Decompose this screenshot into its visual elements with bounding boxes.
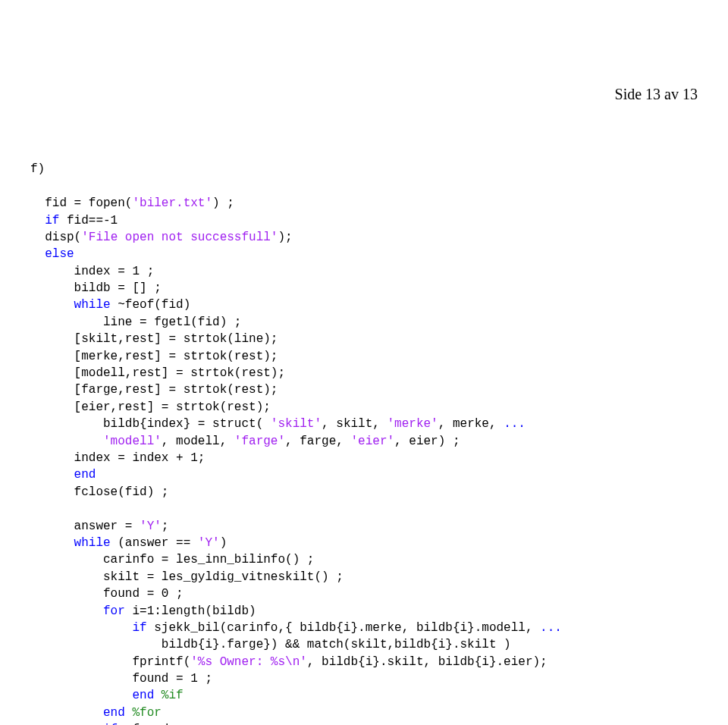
code-line: skilt = les_gyldig_vitneskilt() ;: [30, 569, 698, 585]
code-line: for i=1:length(bildb): [30, 603, 698, 620]
code-line: [skilt,rest] = strtok(line);: [30, 331, 698, 347]
code-line: while ~feof(fid): [30, 297, 698, 313]
code-line: fclose(fid) ;: [30, 484, 698, 501]
code-line: index = index + 1;: [30, 450, 698, 466]
code-line: answer = 'Y';: [30, 518, 698, 535]
code-line: fprintf('%s Owner: %s\n', bildb{i}.skilt…: [30, 654, 698, 670]
code-line: end %if: [30, 687, 698, 704]
code-line: if sjekk_bil(carinfo,{ bildb{i}.merke, b…: [30, 620, 698, 636]
code-line: while (answer == 'Y'): [30, 535, 698, 551]
code-line: carinfo = les_inn_bilinfo() ;: [30, 551, 698, 568]
code-line: [merke,rest] = strtok(rest);: [30, 348, 698, 365]
page-number-header: Side 13 av 13: [30, 83, 698, 105]
code-line: bildb = [] ;: [30, 280, 698, 297]
code-line: [eier,rest] = strtok(rest);: [30, 399, 698, 416]
code-line: index = 1 ;: [30, 263, 698, 280]
code-block: f) fid = fopen('biler.txt') ; if fid==-1…: [30, 161, 698, 725]
code-line: f): [30, 161, 698, 177]
code-line: 'modell', modell, 'farge', farge, 'eier'…: [30, 433, 698, 450]
code-line: fid = fopen('biler.txt') ;: [30, 195, 698, 212]
code-line: [30, 178, 698, 195]
code-line: line = fgetl(fid) ;: [30, 314, 698, 331]
code-line: if ~found: [30, 721, 698, 725]
code-line: found = 1 ;: [30, 670, 698, 687]
code-line: end: [30, 466, 698, 483]
code-line: bildb{index} = struct( 'skilt', skilt, '…: [30, 416, 698, 432]
code-line: else: [30, 246, 698, 262]
code-line: end %for: [30, 705, 698, 721]
code-line: disp('File open not successfull');: [30, 229, 698, 246]
code-line: [30, 501, 698, 517]
code-line: bildb{i}.farge}) && match(skilt,bildb{i}…: [30, 636, 698, 653]
code-line: found = 0 ;: [30, 585, 698, 602]
code-line: [modell,rest] = strtok(rest);: [30, 365, 698, 381]
code-line: if fid==-1: [30, 212, 698, 229]
code-line: [farge,rest] = strtok(rest);: [30, 381, 698, 398]
